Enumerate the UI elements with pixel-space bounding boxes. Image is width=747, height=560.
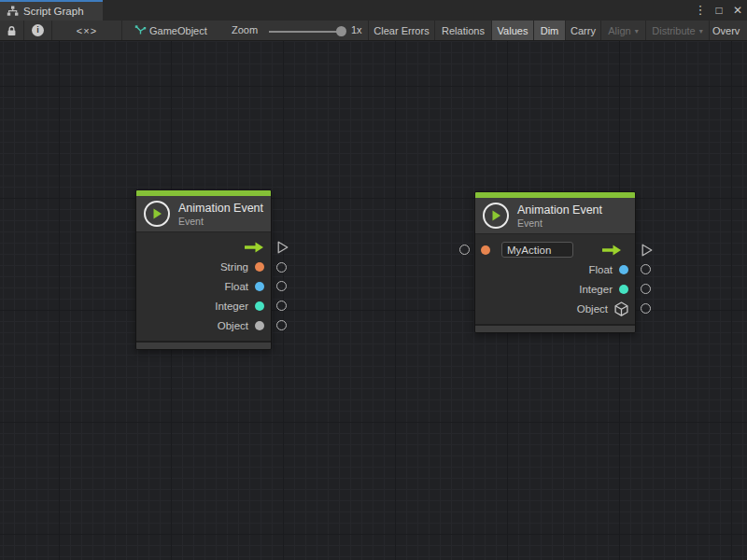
zoom-slider[interactable] xyxy=(269,31,340,33)
tab-bar: Script Graph ⋮ □ ✕ xyxy=(0,0,747,21)
event-play-icon xyxy=(144,201,170,227)
port-row: String xyxy=(136,258,271,277)
output-port[interactable] xyxy=(276,262,287,273)
float-type-dot xyxy=(619,265,628,274)
flow-output-port[interactable] xyxy=(641,244,653,257)
chevron-down-icon: ▾ xyxy=(699,27,703,35)
node-subtitle: Event xyxy=(517,217,602,229)
output-port[interactable] xyxy=(276,320,287,330)
graph-icon xyxy=(7,6,19,17)
node-title: Animation Event xyxy=(517,203,602,217)
relations-button[interactable]: Relations xyxy=(435,21,491,40)
port-row: Integer xyxy=(475,279,635,299)
port-row: Integer xyxy=(136,296,271,315)
inspect-button[interactable]: i xyxy=(24,21,51,40)
tab-title: Script Graph xyxy=(23,6,84,17)
port-row: Object xyxy=(475,299,635,318)
integer-type-dot xyxy=(619,285,628,294)
chevron-down-icon: ▾ xyxy=(635,27,639,35)
output-port[interactable] xyxy=(641,264,651,274)
node-footer xyxy=(136,341,271,349)
port-row: Object xyxy=(136,315,271,335)
event-play-icon xyxy=(483,203,509,229)
integer-type-dot xyxy=(255,301,264,311)
zoom-value: 1x xyxy=(351,24,362,35)
output-port[interactable] xyxy=(276,281,287,291)
port-row: Float xyxy=(475,259,635,279)
node-animation-event-2[interactable]: Animation Event Event xyxy=(474,191,636,333)
carry-button[interactable]: Carry xyxy=(566,21,600,40)
string-type-dot xyxy=(481,245,490,255)
input-port[interactable] xyxy=(459,245,470,255)
flow-arrow-icon xyxy=(602,245,622,256)
overview-button[interactable]: Overv xyxy=(710,21,747,40)
graph-canvas[interactable]: Animation Event Event String xyxy=(0,41,747,560)
cube-icon xyxy=(614,301,628,316)
output-port[interactable] xyxy=(641,284,651,294)
name-input-row xyxy=(475,240,635,259)
node-animation-event-1[interactable]: Animation Event Event String xyxy=(135,189,272,350)
edit-code-button[interactable]: <×> xyxy=(52,21,121,40)
flow-output-port[interactable] xyxy=(277,241,289,254)
align-button[interactable]: Align ▾ xyxy=(601,21,645,40)
lock-icon xyxy=(7,25,17,36)
node-header[interactable]: Animation Event Event xyxy=(136,196,271,232)
values-button[interactable]: Values xyxy=(492,21,533,40)
distribute-button[interactable]: Distribute ▾ xyxy=(646,21,709,40)
script-graph-ref-icon xyxy=(133,21,148,40)
port-row: Float xyxy=(136,277,271,297)
toolbar: i <×> GameObject Zoom 1x Clear Errors Re… xyxy=(0,21,747,41)
clear-errors-button[interactable]: Clear Errors xyxy=(369,21,434,40)
flow-row xyxy=(136,238,271,258)
string-type-dot xyxy=(255,262,264,272)
node-title: Animation Event xyxy=(178,202,263,216)
node-footer xyxy=(475,324,635,332)
dim-button[interactable]: Dim xyxy=(534,21,565,40)
close-icon[interactable]: ✕ xyxy=(728,0,747,21)
object-type-dot xyxy=(255,321,264,330)
flow-arrow-icon xyxy=(245,242,264,253)
lock-button[interactable] xyxy=(0,21,23,40)
info-icon: i xyxy=(32,24,44,36)
node-subtitle: Event xyxy=(178,216,263,227)
output-port[interactable] xyxy=(641,303,651,314)
script-graph-window: Script Graph ⋮ □ ✕ i <×> xyxy=(0,0,747,560)
node-header[interactable]: Animation Event Event xyxy=(475,198,635,234)
output-port[interactable] xyxy=(276,301,287,311)
float-type-dot xyxy=(255,282,264,291)
code-icon: <×> xyxy=(77,25,97,36)
zoom-label: Zoom xyxy=(232,24,258,35)
zoom-slider-thumb[interactable] xyxy=(336,26,346,36)
tab-script-graph[interactable]: Script Graph xyxy=(0,0,103,21)
node-body: Float Integer Object xyxy=(475,234,635,324)
maximize-icon[interactable]: □ xyxy=(710,0,728,21)
window-controls: ⋮ □ ✕ xyxy=(691,0,747,21)
event-name-input[interactable] xyxy=(501,242,573,258)
menu-icon[interactable]: ⋮ xyxy=(691,0,710,21)
node-body: String Float Integer xyxy=(136,232,271,341)
gameobject-reference[interactable]: GameObject xyxy=(149,21,207,40)
